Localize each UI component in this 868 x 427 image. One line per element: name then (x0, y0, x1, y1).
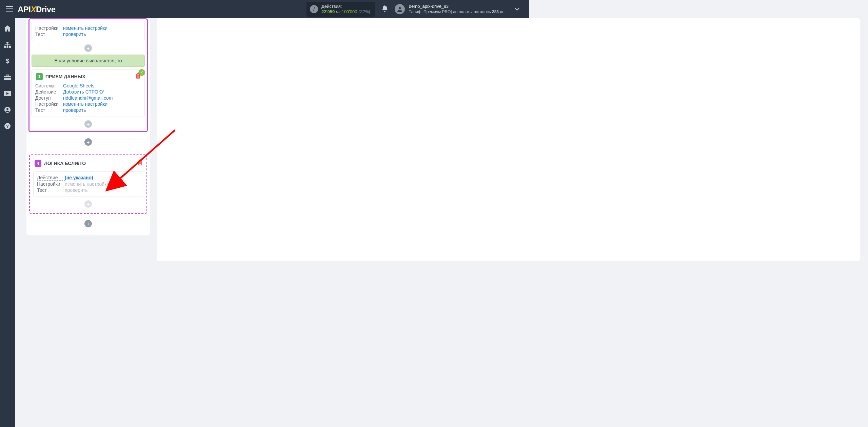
username: demo_apix-drive_s3 (409, 4, 505, 9)
add-button[interactable]: + (84, 120, 92, 128)
add-button-bottom[interactable]: + (84, 220, 92, 227)
briefcase-icon[interactable] (0, 73, 15, 82)
user-text: demo_apix-drive_s3 Тариф |Премиум PRO| д… (409, 4, 505, 15)
info-icon: i (310, 5, 318, 13)
tariff-pre: Тариф |Премиум PRO| до оплаты осталось (409, 9, 492, 14)
logic-block: 4 ЛОГИКА ЕСЛИ/ТО Действие(не указано) На… (29, 154, 147, 214)
svg-rect-4 (9, 46, 11, 48)
actions-pct: (22%) (358, 9, 370, 14)
condition-bar: Если условие выполняется, то (32, 55, 145, 67)
card-receive-data: ✓ 1 ПРИЕМ ДАННЫХ СистемаGoogle Sheets Де… (32, 69, 145, 117)
sitemap-icon[interactable] (0, 40, 15, 49)
test-value: проверить (65, 187, 88, 193)
actions-label: Действия: (321, 4, 370, 9)
trash-icon[interactable] (136, 73, 140, 80)
badge-number: 1 (36, 73, 43, 80)
menu-icon[interactable] (3, 5, 16, 14)
card-top-partial: Настройкиизменить настройки Тестпроверит… (32, 22, 145, 41)
sidebar: $ ? (0, 18, 15, 262)
youtube-icon[interactable] (0, 89, 15, 98)
help-icon[interactable]: ? (0, 121, 15, 131)
actions-total: 100'000 (342, 9, 357, 14)
logo-text-post: Drive (36, 5, 56, 14)
row-label: Тест (35, 107, 63, 113)
svg-point-11 (6, 108, 8, 110)
badge-number: 4 (35, 160, 41, 167)
svg-rect-6 (4, 76, 11, 80)
svg-point-0 (399, 7, 401, 9)
row-label: Доступ (35, 95, 63, 101)
settings-label: Настройки (35, 25, 63, 31)
actions-text: Действия: 22'059 из 100'000 (22%) (321, 4, 370, 15)
actions-counter[interactable]: i Действия: 22'059 из 100'000 (22%) (307, 2, 375, 17)
svg-rect-3 (7, 46, 8, 48)
user-area[interactable]: demo_apix-drive_s3 Тариф |Премиум PRO| д… (395, 4, 505, 15)
add-button[interactable]: + (84, 44, 92, 52)
bell-icon[interactable] (382, 5, 388, 14)
right-panel (157, 18, 529, 261)
add-button[interactable]: + (84, 200, 92, 208)
logo-text-pre: API (18, 5, 31, 14)
logic-card-inner: Действие(не указано) Настройкиизменить н… (33, 171, 143, 197)
tariff-days: 283 (492, 9, 499, 14)
logo-text-x: X (31, 5, 36, 14)
logo[interactable]: APIXDrive (18, 5, 56, 14)
svg-rect-8 (4, 77, 11, 78)
row-link[interactable]: Добавить СТРОКУ (63, 89, 104, 95)
header: APIXDrive i Действия: 22'059 из 100'000 … (0, 0, 529, 18)
actions-used: 22'059 (321, 9, 335, 14)
actions-of: из (336, 9, 340, 14)
test-label: Тест (35, 32, 63, 37)
svg-rect-7 (6, 75, 9, 76)
row-link[interactable]: проверить (63, 107, 86, 113)
settings-link[interactable]: изменить настройки (63, 25, 107, 31)
card-title: ЛОГИКА ЕСЛИ/ТО (44, 161, 86, 166)
test-label: Тест (37, 187, 65, 193)
svg-rect-1 (6, 42, 8, 43)
row-label: Система (35, 83, 63, 88)
home-icon[interactable] (0, 24, 15, 33)
purple-container: Настройкиизменить настройки Тестпроверит… (28, 18, 148, 132)
dollar-icon[interactable]: $ (0, 56, 15, 66)
condition-text: Если условие выполняется, то (55, 58, 122, 63)
test-link[interactable]: проверить (63, 32, 86, 37)
settings-label: Настройки (37, 181, 65, 187)
svg-rect-2 (4, 46, 6, 48)
left-panel: Настройкиизменить настройки Тестпроверит… (26, 18, 150, 235)
row-link[interactable]: Google Sheets (63, 83, 95, 88)
row-label: Действие (35, 89, 63, 95)
trash-icon[interactable] (138, 160, 142, 166)
chevron-down-icon[interactable] (515, 6, 519, 12)
svg-text:$: $ (6, 58, 9, 64)
svg-text:?: ? (6, 124, 9, 129)
tariff-suffix: дн (499, 9, 505, 14)
row-link[interactable]: riddleandrii@gmail.com (63, 95, 113, 101)
content: Настройкиизменить настройки Тестпроверит… (15, 18, 529, 262)
card-title: ПРИЕМ ДАННЫХ (45, 74, 85, 79)
add-button-between[interactable]: + (84, 138, 92, 146)
row-link[interactable]: изменить настройки (63, 101, 107, 107)
settings-value: изменить настройки (65, 181, 109, 187)
avatar-icon (395, 4, 405, 14)
action-label: Действие (37, 175, 65, 181)
row-label: Настройки (35, 101, 63, 107)
user-icon[interactable] (0, 105, 15, 115)
action-value-link[interactable]: (не указано) (65, 175, 93, 181)
